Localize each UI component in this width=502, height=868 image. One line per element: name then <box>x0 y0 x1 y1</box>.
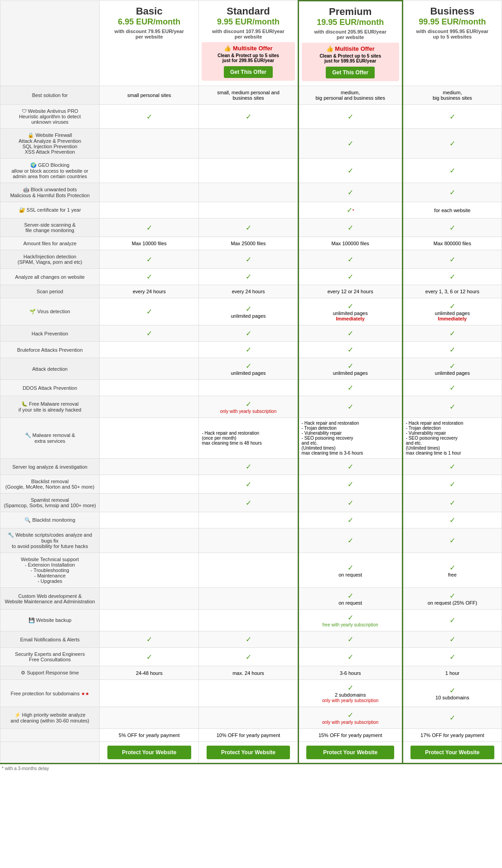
business-security-experts: ✓ <box>402 648 502 666</box>
row-server-scanning: Server-side scanning &file change monito… <box>0 218 502 237</box>
feature-label-security-experts: Security Experts and EngineersFree Consu… <box>0 648 100 666</box>
premium-high-priority: ✓only with yearly subscription <box>298 707 402 729</box>
standard-ssl <box>199 202 298 218</box>
standard-multisite-desc: Clean & Protect up to 5 sites just for 2… <box>204 53 292 63</box>
basic-tech-support <box>100 553 199 588</box>
business-blacklist-monitoring: ✓ <box>402 512 502 529</box>
business-blacklist-removal: ✓ <box>402 475 502 494</box>
premium-geo: ✓ <box>298 159 402 183</box>
feature-label-analyze-changes: Analyze all changes on website <box>0 269 100 285</box>
row-email-notifications: Email Notifications & Alerts ✓ ✓ ✓ ✓ <box>0 631 502 648</box>
row-protect-buttons: Protect Your Website Protect Your Websit… <box>0 742 502 764</box>
business-protect-button[interactable]: Protect Your Website <box>410 746 494 759</box>
standard-scan-period: every 24 hours <box>199 285 298 298</box>
premium-security-experts: ✓ <box>298 648 402 666</box>
feature-label-block-bots: 🤖 Block unwanted botsMalicious & Harmful… <box>0 183 100 202</box>
premium-ssl: ✓* <box>298 202 402 218</box>
premium-ddos: ✓ <box>298 380 402 396</box>
premium-plan-discount: with discount 205.95 EUR/year per websit… <box>302 29 399 40</box>
business-plan-name: Business <box>406 5 499 17</box>
standard-support-response: max. 24 hours <box>199 666 298 680</box>
basic-ddos <box>100 380 199 396</box>
premium-ddos-check: ✓ <box>348 384 353 392</box>
pricing-table: Basic 6.95 EUR/month with discount 79.95… <box>0 0 502 764</box>
standard-bruteforce: ✓ <box>199 342 298 358</box>
business-tech-support: ✓free <box>402 553 502 588</box>
feature-label-blacklist-monitoring: 🔍 Blacklist monitoring <box>0 512 100 529</box>
basic-protect-button[interactable]: Protect Your Website <box>107 746 192 759</box>
standard-spamlist-removal: ✓ <box>199 494 298 512</box>
row-block-bots: 🤖 Block unwanted botsMalicious & Harmful… <box>0 183 502 202</box>
business-bots-check: ✓ <box>449 189 455 196</box>
premium-amount-files: Max 100000 files <box>298 237 402 250</box>
standard-email-notifications: ✓ <box>199 631 298 648</box>
basic-ssl <box>100 202 199 218</box>
basic-free-subdomains <box>100 680 199 707</box>
basic-scan-period: every 24 hours <box>100 285 199 298</box>
feature-label-server-log: Server log analyze & investigation <box>0 459 100 475</box>
business-bruteforce: ✓ <box>402 342 502 358</box>
row-custom-web: Custom Web development &Website Maintena… <box>0 588 502 610</box>
business-yearly-discount: 17% OFF for yearly payment <box>402 729 502 742</box>
business-support-response: 1 hour <box>402 666 502 680</box>
business-malware-removal: - Hack repair and restoration- Trojan de… <box>402 418 502 459</box>
premium-antivirus: ✓ <box>298 105 402 129</box>
premium-website-backup: ✓free with yearly subscription <box>298 610 402 631</box>
premium-get-offer-button[interactable]: Get This Offer <box>326 67 375 78</box>
row-security-experts: Security Experts and EngineersFree Consu… <box>0 648 502 666</box>
basic-attack-detection <box>100 358 199 380</box>
business-email-notifications-check: ✓ <box>449 635 455 643</box>
premium-protect-button[interactable]: Protect Your Website <box>306 746 394 759</box>
premium-attack-detection: ✓unlimited pages <box>298 358 402 380</box>
premium-ssl-check: ✓ <box>347 206 352 214</box>
basic-antivirus: ✓ <box>100 105 199 129</box>
standard-spamlist-removal-check: ✓ <box>246 499 251 507</box>
premium-multisite-label: 👍 Multisite Offer <box>304 45 396 52</box>
business-virus-detection: ✓unlimited pagesImmediately <box>402 298 502 325</box>
standard-bruteforce-check: ✓ <box>246 346 251 354</box>
standard-protect-button[interactable]: Protect Your Website <box>207 746 290 759</box>
row-website-backup: 💾 Website backup ✓free with yearly subsc… <box>0 610 502 631</box>
premium-scan-period: every 12 or 24 hours <box>298 285 402 298</box>
premium-security-experts-check: ✓ <box>348 653 353 661</box>
basic-malware-removal <box>100 418 199 459</box>
basic-email-notifications-check: ✓ <box>146 635 152 643</box>
premium-free-subdomains-check: ✓ <box>348 684 353 692</box>
row-hack-detection: Hack/Injection detection(SPAM, Viagra, p… <box>0 250 502 269</box>
feature-label-tech-support: Website Technical support- Extension Ins… <box>0 553 100 588</box>
row-amount-files: Amount files for analyze Max 10000 files… <box>0 237 502 250</box>
standard-geo <box>199 159 298 183</box>
row-best-solution: Best solution for small personal sites s… <box>0 86 502 105</box>
row-blacklist-monitoring: 🔍 Blacklist monitoring ✓ ✓ <box>0 512 502 529</box>
premium-email-notifications: ✓ <box>298 631 402 648</box>
standard-firewall <box>199 129 298 159</box>
business-free-malware: ✓ <box>402 396 502 418</box>
feature-label-scripts-analyze: 🔧 Website scripts/codes analyze and bugs… <box>0 529 100 553</box>
premium-plan-name: Premium <box>302 6 399 18</box>
basic-support-response: 24-48 hours <box>100 666 199 680</box>
premium-antivirus-check: ✓ <box>348 113 353 121</box>
basic-virus-detection: ✓ <box>100 298 199 325</box>
business-scripts-analyze-check: ✓ <box>449 537 455 544</box>
basic-website-backup <box>100 610 199 631</box>
basic-high-priority <box>100 707 199 729</box>
basic-protect-cell: Protect Your Website <box>100 742 199 764</box>
standard-free-malware: ✓only with yearly subscription <box>199 396 298 418</box>
basic-plan-price: 6.95 EUR/month <box>102 17 196 27</box>
row-support-response: ⚙ Support Response time 24-48 hours max.… <box>0 666 502 680</box>
premium-scanning: ✓ <box>298 218 402 237</box>
premium-tech-support: ✓on request <box>298 553 402 588</box>
business-antivirus-check: ✓ <box>449 113 455 121</box>
standard-get-offer-button[interactable]: Get This Offer <box>224 66 273 78</box>
row-ssl: 🔐 SSL certificate for 1 year ✓* for each… <box>0 202 502 218</box>
row-analyze-changes: Analyze all changes on website ✓ ✓ ✓ ✓ <box>0 269 502 285</box>
standard-ddos <box>199 380 298 396</box>
premium-blacklist-removal-check: ✓ <box>348 480 353 488</box>
premium-best-solution: medium,big personal and business sites <box>298 86 402 105</box>
business-blacklist-removal-check: ✓ <box>449 480 455 488</box>
standard-free-malware-note: only with yearly subscription <box>220 409 277 414</box>
feature-label-hack-detection: Hack/Injection detection(SPAM, Viagra, p… <box>0 250 100 269</box>
basic-server-log <box>100 459 199 475</box>
row-server-log: Server log analyze & investigation ✓ ✓ ✓ <box>0 459 502 475</box>
business-tech-support-check: ✓ <box>449 564 455 572</box>
